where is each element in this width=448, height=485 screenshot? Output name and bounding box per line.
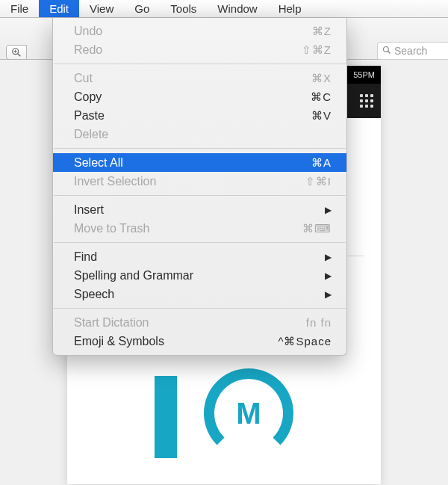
menu-go[interactable]: Go (124, 0, 160, 17)
menu-item-label: Paste (74, 109, 311, 123)
menu-item-shortcut: ⌘Z (312, 25, 332, 38)
menu-item-speech[interactable]: Speech▶ (53, 285, 346, 303)
menu-separator (54, 308, 346, 309)
menu-item-cut: Cut⌘X (53, 69, 346, 87)
menu-separator (54, 242, 346, 243)
menu-item-label: Copy (74, 90, 311, 104)
menu-item-redo: Redo⇧⌘Z (53, 40, 346, 59)
menu-item-start-dictation: Start Dictationfn fn (53, 313, 346, 332)
menu-separator (54, 148, 346, 149)
menu-item-label: Redo (74, 43, 302, 57)
edit-menu-dropdown: Undo⌘ZRedo⇧⌘ZCut⌘XCopy⌘CPaste⌘VDeleteSel… (52, 18, 347, 356)
menu-item-shortcut: ⌘⌨ (302, 222, 332, 235)
svg-line-5 (388, 51, 391, 53)
submenu-arrow-icon: ▶ (325, 289, 332, 300)
menu-label: Tools (170, 2, 196, 15)
menu-tools[interactable]: Tools (160, 0, 207, 17)
search-icon (382, 46, 391, 57)
menu-item-label: Delete (74, 128, 332, 141)
menu-edit[interactable]: Edit (39, 0, 79, 17)
logo-letter: M (236, 397, 261, 430)
search-input[interactable]: Search (377, 42, 448, 60)
menu-label: View (90, 2, 113, 15)
menu-item-find[interactable]: Find▶ (53, 247, 346, 266)
submenu-arrow-icon: ▶ (325, 205, 332, 215)
menu-item-invert-selection: Invert Selection⇧⌘I (53, 172, 346, 191)
logo-graphic: M (84, 376, 364, 466)
menu-separator (54, 195, 346, 196)
menu-item-label: Emoji & Symbols (74, 335, 278, 348)
menu-item-shortcut: ⌘X (311, 72, 332, 85)
menu-item-delete: Delete (53, 125, 346, 143)
menu-item-insert[interactable]: Insert▶ (53, 200, 346, 219)
svg-point-4 (384, 46, 389, 52)
menu-item-label: Start Dictation (74, 316, 306, 330)
menu-item-emoji-symbols[interactable]: Emoji & Symbols^⌘Space (53, 332, 346, 350)
submenu-arrow-icon: ▶ (325, 271, 332, 281)
menu-view[interactable]: View (79, 0, 124, 17)
menu-item-label: Move to Trash (74, 222, 302, 235)
menu-item-label: Spelling and Grammar (74, 269, 319, 282)
svg-line-1 (18, 54, 21, 57)
menu-label: Edit (49, 2, 69, 15)
menu-item-shortcut: ⌘C (311, 90, 332, 104)
menubar: File Edit View Go Tools Window Help (0, 0, 448, 18)
menu-item-shortcut: ⌘A (311, 156, 332, 170)
menu-label: File (10, 2, 28, 15)
menu-file[interactable]: File (0, 0, 39, 17)
menu-item-shortcut: ^⌘Space (278, 335, 332, 348)
magnifier-plus-icon (11, 47, 22, 58)
menu-item-label: Cut (74, 72, 311, 85)
menu-separator (54, 64, 346, 64)
menu-item-copy[interactable]: Copy⌘C (53, 87, 346, 106)
menu-item-undo: Undo⌘Z (53, 22, 346, 40)
menu-help[interactable]: Help (268, 0, 312, 17)
submenu-arrow-icon: ▶ (325, 252, 332, 262)
menu-item-label: Find (74, 250, 319, 264)
menu-item-select-all[interactable]: Select All⌘A (53, 153, 346, 172)
menu-item-shortcut: fn fn (306, 316, 332, 329)
menu-item-spelling-and-grammar[interactable]: Spelling and Grammar▶ (53, 266, 346, 285)
zoom-in-button[interactable] (6, 45, 27, 60)
search-placeholder: Search (394, 45, 427, 57)
grid-menu-icon (360, 94, 373, 108)
menu-label: Go (134, 2, 149, 15)
menu-item-label: Undo (74, 25, 312, 38)
menu-item-label: Select All (74, 156, 311, 170)
menu-item-move-to-trash: Move to Trash⌘⌨ (53, 219, 346, 238)
menu-item-paste[interactable]: Paste⌘V (53, 106, 346, 125)
menu-item-shortcut: ⇧⌘Z (302, 43, 332, 57)
menu-label: Window (217, 2, 257, 15)
menu-item-shortcut: ⌘V (311, 109, 332, 123)
phone-time: 55PM (353, 70, 375, 79)
menu-item-shortcut: ⇧⌘I (305, 175, 332, 188)
menu-window[interactable]: Window (207, 0, 267, 17)
menu-label: Help (279, 2, 302, 15)
menu-item-label: Insert (74, 203, 319, 217)
menu-item-label: Speech (74, 288, 319, 301)
menu-item-label: Invert Selection (74, 175, 305, 188)
